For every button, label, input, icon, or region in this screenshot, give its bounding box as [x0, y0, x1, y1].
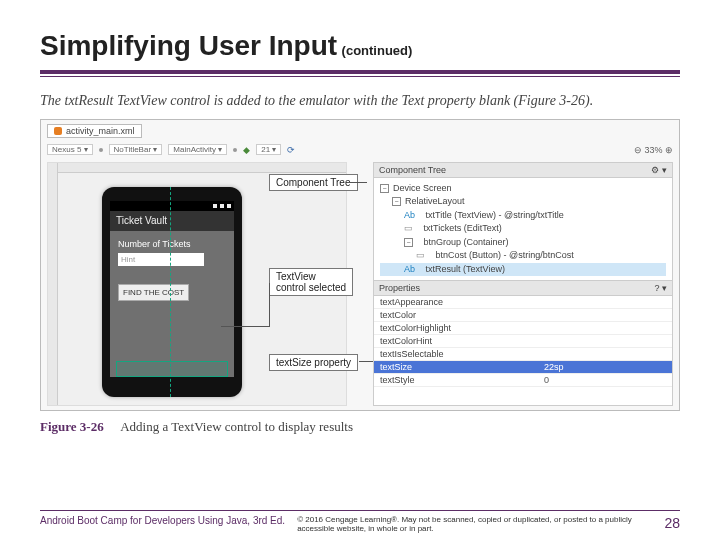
theme-dropdown[interactable]: NoTitleBar ▾ — [109, 144, 163, 155]
component-tree-header: Component Tree ⚙ ▾ — [374, 163, 672, 178]
slide-title-row: Simplifying User Input (continued) — [40, 30, 680, 68]
figure-caption: Figure 3-26 Adding a TextView control to… — [40, 419, 680, 435]
copyright-text: © 2016 Cengage Learning®. May not be sca… — [297, 515, 652, 534]
properties-panel[interactable]: Properties ? ▾ textAppearance textColor … — [374, 280, 672, 405]
tree-item-selected[interactable]: Ab txtResult (TextView) — [380, 263, 666, 277]
app-bar: Ticket Vault — [110, 211, 234, 231]
property-row[interactable]: textColorHighlight — [374, 322, 672, 335]
editor-tab-label: activity_main.xml — [66, 126, 135, 136]
status-bar — [110, 201, 234, 211]
tickets-label: Number of Tickets — [118, 239, 226, 249]
title-rule-thick — [40, 70, 680, 74]
app-body: Number of Tickets Hint FIND THE COST — [110, 231, 234, 377]
tree-item[interactable]: ▭ txtTickets (EditText) — [380, 222, 666, 236]
api-dropdown[interactable]: 21 ▾ — [256, 144, 281, 155]
connector-line — [359, 361, 373, 362]
tree-item[interactable]: − btnGroup (Container) — [380, 236, 666, 250]
connector-line — [269, 283, 270, 327]
zoom-controls[interactable]: ⊖ 33% ⊕ — [634, 145, 673, 155]
figure-3-26: activity_main.xml Nexus 5 ▾ NoTitleBar ▾… — [40, 119, 680, 411]
connector-line — [347, 182, 367, 183]
property-row[interactable]: textIsSelectable — [374, 348, 672, 361]
slide-title: Simplifying User Input — [40, 30, 337, 61]
property-row[interactable]: textAppearance — [374, 296, 672, 309]
file-icon — [54, 127, 62, 135]
tickets-input[interactable]: Hint — [118, 253, 204, 266]
tree-item[interactable]: Ab txtTitle (TextView) - @string/txtTitl… — [380, 209, 666, 223]
component-tree[interactable]: −Device Screen −RelativeLayout Ab txtTit… — [374, 178, 672, 281]
tree-root[interactable]: Device Screen — [393, 182, 452, 196]
dot-icon — [99, 148, 103, 152]
slide-footer: Android Boot Camp for Developers Using J… — [40, 510, 680, 534]
android-icon: ◆ — [243, 145, 250, 155]
help-icon[interactable]: ? ▾ — [654, 283, 667, 293]
figure-number: Figure 3-26 — [40, 419, 104, 434]
ruler-vertical — [48, 163, 58, 405]
footer-rule — [40, 510, 680, 511]
right-panel: Component Tree ⚙ ▾ −Device Screen −Relat… — [373, 162, 673, 406]
properties-table: textAppearance textColor textColorHighli… — [374, 296, 672, 387]
callout-component-tree: Component Tree — [269, 174, 358, 191]
callout-textsize: textSize property — [269, 354, 358, 371]
collapse-icon[interactable]: − — [380, 184, 389, 193]
gear-icon[interactable]: ⚙ ▾ — [651, 165, 667, 175]
tree-layout[interactable]: RelativeLayout — [405, 195, 465, 209]
device-dropdown[interactable]: Nexus 5 ▾ — [47, 144, 93, 155]
properties-title: Properties — [379, 283, 420, 293]
callout-textview-selected: TextView control selected — [269, 268, 353, 296]
collapse-icon[interactable]: − — [392, 197, 401, 206]
tree-item[interactable]: ▭ btnCost (Button) - @string/btnCost — [380, 249, 666, 263]
activity-dropdown[interactable]: MainActivity ▾ — [168, 144, 227, 155]
find-cost-button[interactable]: FIND THE COST — [118, 284, 189, 301]
editor-toolbar: Nexus 5 ▾ NoTitleBar ▾ MainActivity ▾ ◆ … — [47, 142, 673, 158]
editor-tab[interactable]: activity_main.xml — [47, 124, 142, 138]
book-title: Android Boot Camp for Developers Using J… — [40, 515, 285, 526]
page-number: 28 — [664, 515, 680, 531]
ruler-horizontal — [48, 163, 346, 173]
figure-caption-text: Adding a TextView control to display res… — [120, 419, 353, 434]
component-tree-title: Component Tree — [379, 165, 446, 175]
property-row[interactable]: textColor — [374, 309, 672, 322]
slide-title-continued: (continued) — [342, 43, 413, 58]
app-title: Ticket Vault — [116, 215, 167, 226]
property-row[interactable]: textColorHint — [374, 335, 672, 348]
txtresult-selection[interactable] — [116, 361, 228, 377]
refresh-icon[interactable]: ⟳ — [287, 145, 295, 155]
properties-header: Properties ? ▾ — [374, 281, 672, 296]
title-rule-thin — [40, 76, 680, 77]
property-row-selected[interactable]: textSize22sp — [374, 361, 672, 374]
connector-line — [221, 326, 269, 327]
intro-paragraph: The txtResult TextView control is added … — [40, 91, 680, 111]
phone-screen: Ticket Vault Number of Tickets Hint FIND… — [110, 201, 234, 377]
dot-icon — [233, 148, 237, 152]
property-row[interactable]: textStyle0 — [374, 374, 672, 387]
